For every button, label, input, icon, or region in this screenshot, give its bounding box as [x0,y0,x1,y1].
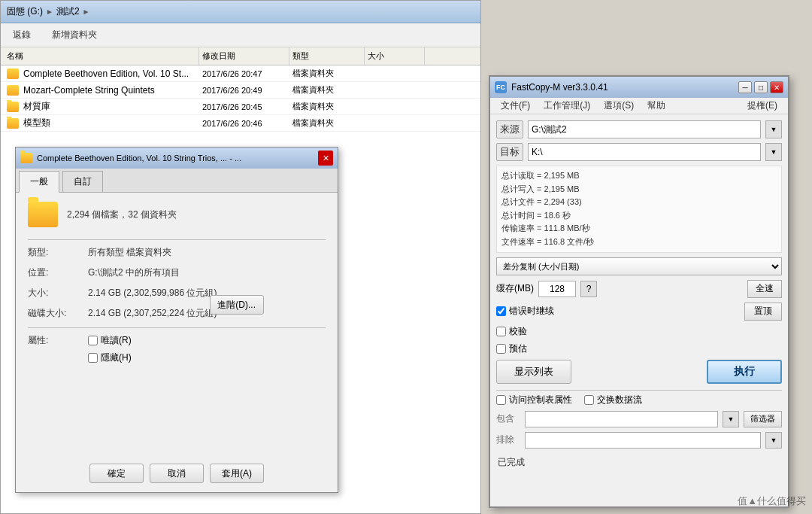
col-type[interactable]: 類型 [289,47,365,65]
tab-general[interactable]: 一般 [19,171,59,193]
cache-label: 缓存(MB) [496,282,534,295]
column-headers: 名稱 修改日期 類型 大小 [1,47,480,65]
readonly-checkbox[interactable] [88,336,98,345]
dialog-icon-row: 2,294 個檔案，32 個資料夾 [28,202,326,227]
file-name: 模型類 [23,117,50,129]
action-row: 显示列表 执行 [496,360,782,384]
menu-file[interactable]: 文件(F) [495,98,536,114]
filter-button[interactable]: 筛选器 [744,411,782,427]
exec-button[interactable]: 执行 [707,360,782,384]
readonly-label: 唯讀(R) [101,334,132,347]
file-modified: 2017/6/26 20:45 [199,102,289,111]
breadcrumb-drive[interactable]: 固態 (G:) [7,5,43,18]
dialog-title: Complete Beethoven Edition, Vol. 10 Stri… [20,153,241,163]
file-modified: 2017/6/26 20:49 [199,86,289,95]
top-button[interactable]: 置顶 [744,303,782,321]
file-modified: 2017/6/26 20:47 [199,69,289,78]
verify-row: 校验 [496,325,782,338]
bottom-checks: 访问控制表属性 交换数据流 [496,394,782,406]
breadcrumb-folder1[interactable]: 測試2 [56,5,80,18]
dialog-title-icon [20,153,32,163]
fullspeed-button[interactable]: 全速 [747,280,782,298]
table-row[interactable]: 材質庫 2017/6/26 20:45 檔案資料夾 [1,99,480,115]
target-input[interactable] [528,143,761,161]
location-label: 位置: [28,266,88,279]
source-input[interactable] [528,120,761,138]
ok-button[interactable]: 確定 [89,464,144,483]
target-label: 目标 [496,143,523,161]
exclude-dropdown[interactable]: ▼ [765,432,782,449]
cancel-button[interactable]: 取消 [150,464,204,483]
fastcopy-icon: FC [495,81,507,93]
verify-checkbox[interactable] [496,327,506,336]
alt-stream-label: 交换数据流 [597,394,642,406]
size-value: 2.14 GB (2,302,599,986 位元組) [88,287,217,300]
access-control-wrap[interactable]: 访问控制表属性 [496,394,572,406]
target-row: 目标 ▼ [496,143,782,161]
fastcopy-title-left: FC FastCopy-M ver3.3.0.41 [495,81,608,93]
fastcopy-menubar: 文件(F) 工作管理(J) 選項(S) 幫助 提権(E) [490,98,788,114]
explorer-titlebar: 固態 (G:) ► 測試2 ► [1,1,480,23]
folder-icon [7,102,19,112]
type-row: 類型: 所有類型 檔案資料夾 [28,246,326,259]
readonly-checkbox-wrap[interactable]: 唯讀(R) [88,334,132,347]
menu-options[interactable]: 選項(S) [598,98,640,114]
error-continue-row: 错误时继续 置顶 [496,303,782,321]
access-control-checkbox[interactable] [496,395,506,405]
dialog-summary: 2,294 個檔案，32 個資料夾 [67,208,177,221]
tab-custom[interactable]: 自訂 [62,171,103,192]
mode-select[interactable]: 差分复制 (大小/日期) [496,257,782,275]
divider2 [28,327,326,328]
menu-help[interactable]: 幫助 [641,98,671,114]
watermark: 值▲什么值得买 [738,494,806,508]
minimize-button[interactable]: ─ [738,81,752,93]
estimate-wrap[interactable]: 预估 [496,342,527,355]
alt-stream-wrap[interactable]: 交换数据流 [584,394,642,406]
hidden-checkbox-wrap[interactable]: 隱藏(H) [88,351,132,364]
close-button[interactable]: ✕ [770,81,783,93]
file-type: 檔案資料夾 [289,68,365,79]
table-row[interactable]: Complete Beethoven Edition, Vol. 10 St..… [1,65,480,82]
estimate-checkbox[interactable] [496,344,506,354]
alt-stream-checkbox[interactable] [584,395,594,405]
source-row: 来源 ▼ [496,120,782,138]
folder-icon [7,118,19,129]
table-row[interactable]: 模型類 2017/6/26 20:46 檔案資料夾 [1,115,480,132]
folder-icon [7,68,19,79]
menu-job[interactable]: 工作管理(J) [538,98,596,114]
col-size[interactable]: 大小 [365,47,425,65]
attr-label: 屬性: [28,334,88,347]
exclude-label: 排除 [496,433,520,446]
col-name[interactable]: 名稱 [4,47,199,65]
new-folder-button[interactable]: 新增資料夾 [46,26,103,44]
cache-help-button[interactable]: ? [580,281,597,297]
col-modified[interactable]: 修改日期 [199,47,289,65]
restore-button[interactable]: □ [754,81,768,93]
dialog-content: 2,294 個檔案，32 個資料夾 類型: 所有類型 檔案資料夾 位置: G:\… [16,193,338,385]
table-row[interactable]: Mozart-Complete String Quintets 2017/6/2… [1,82,480,99]
verify-wrap[interactable]: 校验 [496,325,527,338]
back-button[interactable]: 返錄 [7,26,37,44]
fastcopy-window: FC FastCopy-M ver3.3.0.41 ─ □ ✕ 文件(F) 工作… [489,75,789,508]
cache-input[interactable] [538,281,576,297]
error-continue-checkbox[interactable] [496,306,506,316]
source-label: 来源 [496,120,523,138]
location-row: 位置: G:\測試2 中的所有項目 [28,266,326,279]
list-button[interactable]: 显示列表 [496,360,571,384]
file-name-cell: 模型類 [4,117,199,129]
error-continue-wrap[interactable]: 错误时继续 [496,305,554,318]
exclude-input[interactable] [525,432,761,449]
source-dropdown[interactable]: ▼ [765,120,782,138]
file-name: 材質庫 [23,100,50,113]
stat-time: 总计时间 = 18.6 秒 [501,209,777,223]
hidden-checkbox[interactable] [88,353,98,363]
include-dropdown[interactable]: ▼ [723,411,739,427]
file-name-cell: Complete Beethoven Edition, Vol. 10 St..… [4,68,199,79]
advanced-button[interactable]: 進階(D)... [210,295,264,315]
target-dropdown[interactable]: ▼ [765,143,782,161]
dialog-close-button[interactable]: ✕ [318,151,333,166]
menu-privilege[interactable]: 提権(E) [741,98,783,114]
window-controls: ─ □ ✕ [738,81,783,93]
include-input[interactable] [525,411,718,427]
apply-button[interactable]: 套用(A) [210,464,264,483]
